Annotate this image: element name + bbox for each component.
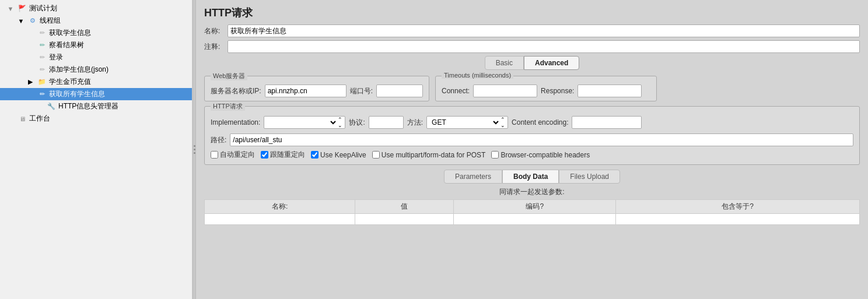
port-input[interactable] [376,85,423,97]
web-server-title: Web服务器 [211,72,247,80]
sidebar-item-test-plan[interactable]: ▼ 🚩 测试计划 [0,2,192,15]
implementation-row: Implementation: ⌃⌄ 协议: 方法: GET POST ⌃⌄ [211,116,853,129]
protocol-label: 协议: [349,118,365,128]
tab-body-data[interactable]: Body Data [502,170,559,184]
implementation-select-wrapper[interactable]: ⌃⌄ [264,116,345,129]
auto-redirect-input[interactable] [211,151,218,159]
auto-redirect-label: 自动重定向 [220,150,255,160]
table-cell-include-equals[interactable] [616,214,860,225]
tools-icon: 🔧 [47,102,56,111]
table-header-row: 名称: 值 编码? 包含等于? [205,200,860,214]
tab-basic[interactable]: Basic [485,56,524,70]
sidebar-item-label: 获取所有学生信息 [49,89,105,99]
implementation-label: Implementation: [211,118,260,126]
server-row: 服务器名称或IP: 端口号: [211,85,423,97]
panel-title: HTTP请求 [204,6,860,20]
comment-input[interactable] [228,40,860,53]
splitter-handle [194,145,195,154]
comment-row: 注释: [204,40,860,53]
sidebar-item-label: 线程组 [40,16,61,26]
pencil-icon: ✏ [37,29,47,38]
sidebar-item-label: HTTP信息头管理器 [58,101,118,111]
sidebar-item-thread-group[interactable]: ▼ ⚙ 线程组 [0,15,192,27]
multipart-checkbox[interactable]: Use multipart/form-data for POST [372,151,486,159]
browser-compat-label: Browser-compatible headers [501,151,590,159]
sidebar-item-label: 学生金币充值 [49,77,91,87]
sidebar-item-label: 工作台 [29,114,50,124]
spacer [26,41,35,50]
method-select-wrapper[interactable]: GET POST ⌃⌄ [426,116,508,129]
checkbox-row: 自动重定向 跟随重定向 Use KeepAlive Use multipart/… [211,150,853,160]
server-timeouts-row: Web服务器 服务器名称或IP: 端口号: Timeouts (millisec… [204,76,860,106]
sidebar-item-login[interactable]: ✏ 登录 [0,51,192,64]
sidebar-item-label: 登录 [49,52,63,62]
select-arrow-icon: ⌃⌄ [338,117,342,128]
flag-icon: 🚩 [18,4,27,13]
table-cell-name[interactable] [205,214,355,225]
table-row [205,214,860,225]
timeouts-section: Timeouts (milliseconds) Connect: Respons… [435,76,657,101]
tab-advanced[interactable]: Advanced [524,56,579,70]
timeouts-title: Timeouts (milliseconds) [442,72,513,79]
method-label: 方法: [407,118,423,128]
browser-compat-input[interactable] [491,151,499,159]
content-encoding-input[interactable] [572,116,642,129]
pencil-icon: ✏ [37,53,47,62]
server-input[interactable] [265,85,346,97]
path-input[interactable] [230,133,853,146]
col-encode: 编码? [454,200,616,214]
tab-parameters[interactable]: Parameters [444,170,502,184]
spacer [26,29,35,38]
connect-input[interactable] [473,85,537,97]
main-panel: HTTP请求 名称: 注释: Basic Advanced Web服务器 服务器… [196,0,868,299]
select-arrow-icon: ⌃⌄ [501,117,505,128]
http-request-section-title: HTTP请求 [211,102,245,111]
keepalive-checkbox[interactable]: Use KeepAlive [311,151,366,159]
bottom-tab-bar: Parameters Body Data Files Upload [204,170,860,184]
sidebar-item-student-coins[interactable]: ▶ 📁 学生金币充值 [0,76,192,88]
col-name: 名称: [205,200,355,214]
spacer [26,65,35,75]
arrow-right-icon: ▶ [26,78,35,87]
sidebar-item-view-result[interactable]: ✏ 察看结果树 [0,39,192,51]
web-server-section: Web服务器 服务器名称或IP: 端口号: [204,76,429,101]
pencil-icon: ✏ [37,65,47,75]
follow-redirect-checkbox[interactable]: 跟随重定向 [261,150,305,160]
timeouts-row: Connect: Response: [442,85,650,97]
response-label: Response: [541,87,574,95]
tab-files-upload[interactable]: Files Upload [559,170,620,184]
arrow-down-icon: ▼ [6,4,15,13]
protocol-input[interactable] [369,116,404,129]
method-select[interactable]: GET POST [429,118,501,127]
table-cell-value[interactable] [355,214,454,225]
server-label: 服务器名称或IP: [211,86,261,96]
sidebar-item-workbench[interactable]: 🖥 工作台 [0,112,192,125]
spacer [26,90,35,99]
sidebar-item-get-all-students[interactable]: ✏ 获取所有学生信息 [0,88,192,100]
keepalive-input[interactable] [311,151,318,159]
multipart-input[interactable] [372,151,380,159]
path-label: 路径: [211,135,226,145]
send-params-label: 同请求一起发送参数: [204,187,860,197]
spacer [35,102,44,111]
gear-icon: ⚙ [28,16,37,26]
sidebar-item-http-header-manager[interactable]: 🔧 HTTP信息头管理器 [0,100,192,112]
response-input[interactable] [578,85,642,97]
comment-label: 注释: [204,42,228,52]
monitor-icon: 🖥 [18,114,27,124]
http-request-panel: HTTP请求 名称: 注释: Basic Advanced Web服务器 服务器… [196,0,868,299]
splitter-dot [194,152,195,154]
sidebar-item-get-student[interactable]: ✏ 获取学生信息 [0,27,192,39]
browser-compat-checkbox[interactable]: Browser-compatible headers [491,151,590,159]
follow-redirect-input[interactable] [261,151,268,159]
port-label: 端口号: [350,86,373,96]
table-cell-encode[interactable] [454,214,616,225]
implementation-select[interactable] [267,118,338,127]
sidebar-item-label: 添加学生信息(json) [49,65,108,75]
pencil-blue-icon: ✏ [37,90,47,99]
path-row: 路径: [211,133,853,146]
sidebar-item-add-student-json[interactable]: ✏ 添加学生信息(json) [0,64,192,76]
auto-redirect-checkbox[interactable]: 自动重定向 [211,150,255,160]
name-input[interactable] [228,24,860,37]
spacer [26,53,35,62]
